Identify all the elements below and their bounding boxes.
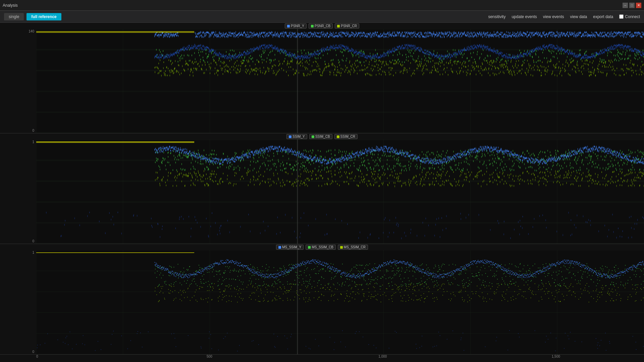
x-label-500: 500: [207, 355, 212, 358]
update-events-button[interactable]: update events: [512, 14, 537, 19]
connect-area: Connect: [619, 14, 640, 19]
connect-label: Connect: [625, 14, 640, 19]
ssim-cb-label: SSIM_CB: [315, 135, 330, 138]
connect-checkbox[interactable]: [619, 14, 624, 19]
msssim-legend: MS_SSIM_Y MS_SSIM_CB MS_SSIM_CR: [276, 245, 368, 250]
x-axis-labels: 0 500 1,000 1,500: [36, 355, 644, 362]
msssim-cr-label: MS_SSIM_CR: [344, 245, 366, 249]
ssim-cr-label: SSIM_CR: [340, 135, 355, 138]
psnr-y-legend: PSNR_Y: [285, 23, 307, 28]
toolbar-actions: sensitivity update events view events vi…: [488, 14, 640, 19]
msssim-y-axis: 1 0: [0, 250, 36, 354]
export-data-button[interactable]: export data: [593, 14, 613, 19]
ssim-canvas: [36, 139, 644, 244]
window-controls: – □ ✕: [623, 3, 641, 8]
msssim-y-legend: MS_SSIM_Y: [276, 245, 304, 250]
psnr-y-label: PSNR_Y: [291, 24, 304, 28]
msssim-y-label: MS_SSIM_Y: [282, 245, 301, 249]
psnr-y-axis: 140 0: [0, 29, 36, 133]
msssim-cr-legend: MS_SSIM_CR: [338, 245, 368, 250]
x-label-1500: 1,500: [552, 355, 560, 358]
psnr-y-min: 0: [32, 129, 34, 132]
psnr-canvas: [36, 29, 644, 133]
sensitivity-button[interactable]: sensitivity: [488, 14, 505, 19]
msssim-cb-label: MS_SSIM_CB: [312, 245, 333, 249]
msssim-chart-section: MS_SSIM_Y MS_SSIM_CB MS_SSIM_CR 1 0: [0, 244, 644, 355]
minimize-button[interactable]: –: [623, 3, 628, 8]
ssim-y-label: SSIM_Y: [292, 135, 305, 138]
x-label-0: 0: [36, 355, 38, 358]
ssim-y-axis: 1 0: [0, 139, 36, 244]
view-events-button[interactable]: view events: [543, 14, 564, 19]
app-title: Analysis: [3, 3, 18, 8]
psnr-chart-section: PSNR_Y PSNR_CB PSNR_CR 140 0: [0, 23, 644, 133]
ssim-y-min: 0: [32, 239, 34, 243]
psnr-cb-legend: PSNR_CB: [309, 23, 333, 28]
ssim-chart-section: SSIM_Y SSIM_CB SSIM_CR 1 0: [0, 133, 644, 244]
ssim-legend: SSIM_Y SSIM_CB SSIM_CR: [286, 134, 358, 139]
psnr-y-max: 140: [29, 29, 34, 33]
tab-full-reference[interactable]: full reference: [26, 13, 61, 20]
msssim-canvas: [36, 250, 644, 354]
title-bar: Analysis – □ ✕: [0, 0, 644, 11]
ssim-canvas-area: [36, 139, 644, 244]
psnr-canvas-area: [36, 29, 644, 133]
msssim-cb-legend: MS_SSIM_CB: [306, 245, 335, 250]
ssim-y-max: 1: [32, 140, 34, 144]
msssim-canvas-area: [36, 250, 644, 354]
maximize-button[interactable]: □: [629, 3, 635, 8]
msssim-y-max: 1: [32, 251, 34, 254]
x-label-1000: 1,000: [378, 355, 387, 358]
psnr-cb-label: PSNR_CB: [315, 24, 330, 28]
psnr-cr-label: PSNR_CR: [341, 24, 357, 28]
view-data-button[interactable]: view data: [570, 14, 587, 19]
tab-single[interactable]: single: [4, 13, 24, 20]
psnr-cr-legend: PSNR_CR: [335, 23, 359, 28]
ssim-cb-legend: SSIM_CB: [309, 134, 332, 139]
x-axis: 0 500 1,000 1,500: [0, 355, 644, 362]
psnr-legend: PSNR_Y PSNR_CB PSNR_CR: [285, 23, 359, 28]
ssim-y-legend: SSIM_Y: [286, 134, 307, 139]
msssim-y-min: 0: [32, 350, 34, 354]
toolbar: single full reference sensitivity update…: [0, 11, 644, 23]
close-button[interactable]: ✕: [636, 3, 641, 8]
ssim-cr-legend: SSIM_CR: [334, 134, 358, 139]
